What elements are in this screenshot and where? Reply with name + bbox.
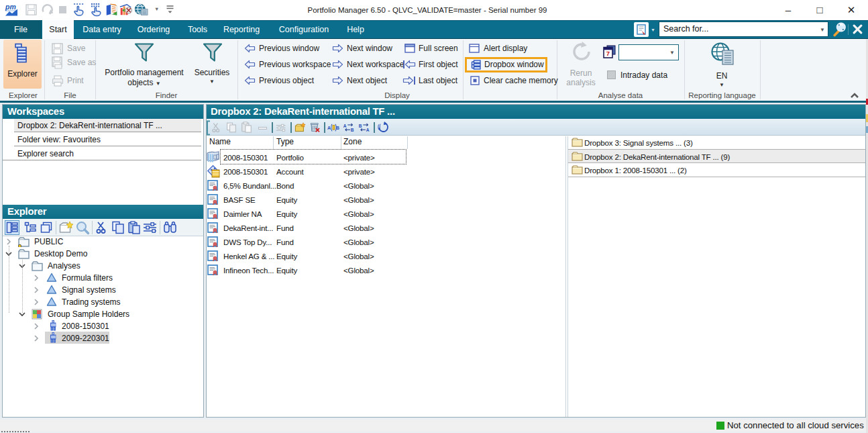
svg-text:pm: pm [5,3,16,11]
svg-text:7: 7 [606,50,610,57]
svg-text:B: B [351,128,354,132]
svg-text:A: A [366,128,370,132]
svg-text:A: A [343,124,347,128]
svg-text:B: B [359,124,362,128]
svg-text:A: A [327,126,331,130]
